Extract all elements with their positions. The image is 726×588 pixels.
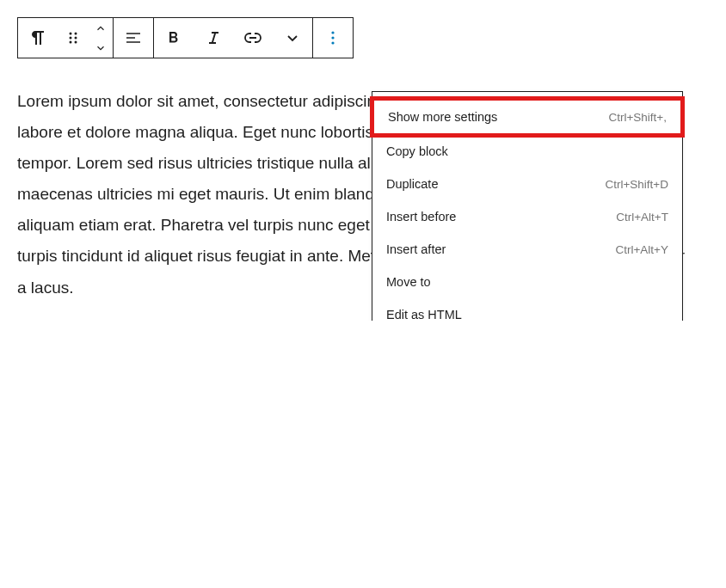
svg-point-1 — [75, 33, 77, 35]
move-up-button[interactable] — [95, 18, 107, 38]
link-button[interactable] — [233, 18, 273, 58]
toolbar-group-align — [114, 18, 154, 58]
svg-point-6 — [331, 31, 334, 34]
link-icon — [243, 28, 263, 48]
menu-item-label: Insert after — [386, 242, 446, 256]
chevron-down-icon — [95, 42, 107, 54]
menu-item-label: Duplicate — [386, 177, 438, 191]
menu-insert-after[interactable]: Insert after Ctrl+Alt+Y — [372, 233, 682, 266]
menu-copy-block[interactable]: Copy block — [372, 135, 682, 168]
align-left-icon — [123, 28, 144, 48]
menu-item-shortcut: Ctrl+Shift+, — [608, 111, 667, 124]
menu-edit-as-html[interactable]: Edit as HTML — [372, 298, 682, 321]
more-format-button[interactable] — [273, 18, 312, 58]
move-down-button[interactable] — [95, 38, 107, 58]
menu-item-label: Show more settings — [388, 110, 497, 124]
move-buttons — [89, 18, 113, 58]
toolbar-group-format — [154, 18, 313, 58]
svg-point-3 — [75, 37, 77, 40]
menu-item-shortcut: Ctrl+Alt+T — [616, 211, 668, 224]
svg-point-5 — [75, 41, 77, 44]
paragraph-block-button[interactable] — [18, 18, 58, 58]
italic-icon — [203, 28, 224, 48]
menu-item-shortcut: Ctrl+Alt+Y — [615, 243, 668, 256]
drag-handle-button[interactable] — [58, 18, 89, 58]
chevron-up-icon — [95, 22, 107, 34]
toolbar-group-block — [18, 18, 114, 58]
italic-button[interactable] — [194, 18, 233, 58]
block-options-dropdown: Show more settings Ctrl+Shift+, Copy blo… — [372, 91, 683, 321]
bold-icon — [163, 28, 184, 48]
menu-item-label: Copy block — [386, 144, 448, 158]
svg-point-4 — [70, 41, 72, 44]
more-vertical-icon — [323, 28, 343, 48]
block-toolbar — [17, 17, 354, 58]
chevron-down-icon — [282, 28, 303, 48]
toolbar-group-more — [313, 18, 353, 58]
menu-item-label: Edit as HTML — [386, 308, 462, 321]
svg-point-8 — [331, 41, 334, 44]
drag-icon — [63, 28, 83, 48]
svg-point-2 — [70, 37, 72, 40]
menu-item-label: Insert before — [386, 210, 456, 224]
align-button[interactable] — [114, 18, 153, 58]
menu-insert-before[interactable]: Insert before Ctrl+Alt+T — [372, 200, 682, 233]
menu-item-shortcut: Ctrl+Shift+D — [605, 178, 668, 191]
highlighted-item: Show more settings Ctrl+Shift+, — [370, 96, 685, 138]
paragraph-icon — [28, 28, 48, 48]
more-options-button[interactable] — [313, 18, 353, 58]
menu-section-1: Show more settings Ctrl+Shift+, Copy blo… — [372, 92, 682, 321]
menu-show-more-settings[interactable]: Show more settings Ctrl+Shift+, — [374, 101, 680, 133]
menu-move-to[interactable]: Move to — [372, 266, 682, 298]
bold-button[interactable] — [154, 18, 194, 58]
svg-point-0 — [70, 33, 72, 35]
svg-point-7 — [331, 36, 334, 39]
menu-duplicate[interactable]: Duplicate Ctrl+Shift+D — [372, 168, 682, 200]
menu-item-label: Move to — [386, 275, 431, 289]
